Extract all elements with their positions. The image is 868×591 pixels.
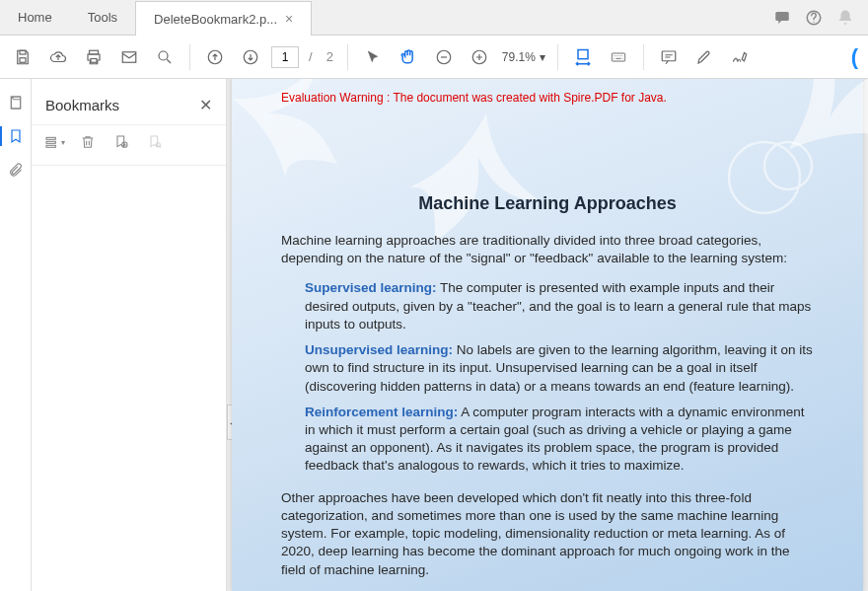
svg-rect-15	[662, 51, 676, 61]
bell-icon[interactable]	[836, 9, 854, 27]
tab-tools[interactable]: Tools	[70, 0, 135, 35]
document-viewport[interactable]: ◂ Evaluation Warning : The document was …	[227, 79, 868, 591]
svg-rect-14	[612, 53, 624, 61]
term-label: Supervised learning:	[305, 280, 437, 295]
navigation-rail	[0, 79, 32, 591]
document-content: Machine Learning Approaches Machine lear…	[281, 193, 814, 579]
main-toolbar: / 2 79.1%▾ (	[0, 36, 868, 79]
list-item: Supervised learning: The computer is pre…	[305, 279, 814, 333]
evaluation-warning-text: Evaluation Warning : The document was cr…	[281, 91, 814, 105]
toolbar-separator	[643, 44, 644, 70]
zoom-level-text: 79.1%	[502, 50, 536, 64]
zoom-out-icon[interactable]	[429, 42, 459, 72]
document-footer-paragraph: Other approaches have been developed whi…	[281, 489, 814, 579]
page-down-icon[interactable]	[236, 42, 265, 72]
bookmarks-panel: Bookmarks ✕ ▾	[32, 79, 227, 591]
bookmarks-toolbar: ▾	[32, 124, 226, 166]
hand-tool-icon[interactable]	[394, 42, 423, 72]
svg-rect-3	[20, 50, 26, 54]
bookmark-delete-icon[interactable]	[77, 131, 99, 153]
pointer-icon[interactable]	[358, 42, 388, 72]
svg-point-8	[159, 51, 168, 60]
top-right-icons	[773, 0, 868, 35]
toolbar-separator	[189, 44, 190, 70]
chevron-down-icon: ▾	[540, 50, 545, 64]
svg-rect-19	[46, 141, 55, 143]
chat-icon[interactable]	[773, 9, 791, 27]
zoom-level-dropdown[interactable]: 79.1%▾	[500, 50, 547, 64]
svg-point-2	[813, 21, 814, 22]
mail-icon[interactable]	[114, 42, 144, 72]
bookmark-options-icon[interactable]: ▾	[43, 131, 65, 153]
print-icon[interactable]	[79, 42, 108, 72]
zoom-in-icon[interactable]	[465, 42, 494, 72]
app-tab-bar: Home Tools DeleteBookmark2.p... ×	[0, 0, 868, 36]
document-intro: Machine learning approaches are traditio…	[281, 232, 814, 267]
save-icon[interactable]	[8, 42, 37, 72]
keyboard-icon[interactable]	[604, 42, 633, 72]
page-separator: /	[305, 49, 317, 64]
right-panel-toggle[interactable]: (	[851, 44, 860, 70]
attachments-rail-icon[interactable]	[6, 160, 26, 180]
page-number-input[interactable]	[271, 46, 299, 68]
thumbnails-rail-icon[interactable]	[6, 93, 26, 112]
list-item: Reinforcement learning: A computer progr…	[305, 404, 814, 476]
pdf-page: Evaluation Warning : The document was cr…	[232, 79, 863, 591]
svg-rect-0	[775, 12, 789, 21]
svg-point-24	[764, 142, 812, 189]
tab-tools-label: Tools	[88, 10, 117, 25]
fit-width-icon[interactable]	[568, 42, 598, 72]
tab-home[interactable]: Home	[0, 0, 70, 35]
page-total: 2	[323, 49, 337, 64]
svg-rect-20	[46, 145, 55, 147]
bookmarks-rail-icon[interactable]	[0, 126, 26, 146]
tab-document-label: DeleteBookmark2.p...	[154, 12, 277, 27]
toolbar-separator	[347, 44, 348, 70]
search-icon[interactable]	[150, 42, 180, 72]
panel-close-icon[interactable]: ✕	[199, 96, 212, 114]
term-label: Unsupervised learning:	[305, 342, 453, 357]
cloud-upload-icon[interactable]	[43, 42, 73, 72]
sign-icon[interactable]	[725, 42, 755, 72]
comment-icon[interactable]	[654, 42, 684, 72]
close-tab-icon[interactable]: ×	[285, 11, 293, 27]
svg-rect-13	[578, 49, 588, 58]
highlight-icon[interactable]	[689, 42, 719, 72]
bookmark-find-icon[interactable]	[144, 131, 166, 153]
tab-document[interactable]: DeleteBookmark2.p... ×	[135, 1, 312, 36]
svg-rect-6	[91, 58, 97, 62]
list-item: Unsupervised learning: No labels are giv…	[305, 341, 814, 396]
panel-title: Bookmarks	[45, 97, 119, 113]
page-up-icon[interactable]	[200, 42, 230, 72]
svg-rect-4	[20, 57, 26, 62]
svg-rect-7	[122, 51, 136, 62]
tab-home-label: Home	[18, 10, 52, 25]
help-icon[interactable]	[805, 9, 823, 27]
document-heading: Machine Learning Approaches	[281, 193, 814, 214]
toolbar-separator	[557, 44, 558, 70]
main-area: Bookmarks ✕ ▾ ◂ Evaluation Warning : The…	[0, 79, 868, 591]
svg-rect-18	[46, 137, 55, 139]
term-label: Reinforcement learning:	[305, 405, 458, 419]
bookmark-add-icon[interactable]	[110, 131, 132, 153]
